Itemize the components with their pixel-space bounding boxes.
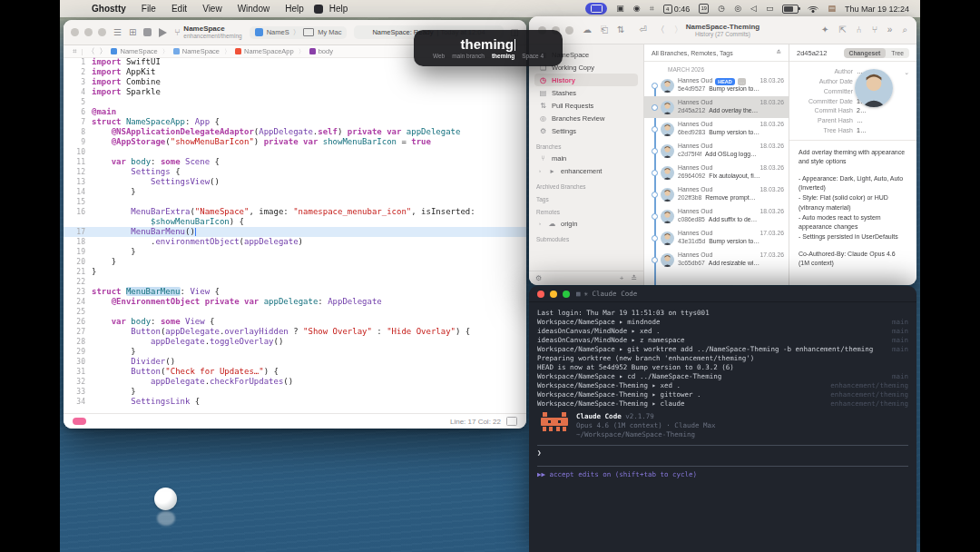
window-controls[interactable]: [71, 28, 106, 36]
menu-help[interactable]: Help: [329, 4, 348, 14]
open-repo-icon[interactable]: ⏎: [639, 25, 646, 34]
code-line[interactable]: 4import Sparkle: [64, 87, 526, 97]
code-line[interactable]: 8 @NSApplicationDelegateAdaptor(AppDeleg…: [64, 127, 526, 137]
breadcrumb-namespace[interactable]: NameSpace: [173, 47, 220, 55]
back-icon[interactable]: 〈: [656, 25, 665, 34]
code-line[interactable]: 25: [64, 307, 526, 317]
code-line[interactable]: 18 .environmentObject(appDelegate): [64, 237, 526, 247]
code-line[interactable]: 10: [64, 147, 526, 157]
commit-row[interactable]: Hannes Oud18.03.2626964092Fix autolayout…: [644, 162, 789, 183]
code-line[interactable]: 22: [64, 277, 526, 287]
code-line[interactable]: 15: [64, 197, 526, 207]
commit-row[interactable]: Hannes Oud18.03.262d45a212Add overlay th…: [644, 96, 789, 118]
code-line[interactable]: 23struct MenuBarMenu: View {: [64, 287, 526, 297]
battery-icon[interactable]: [782, 5, 799, 14]
clock-icon[interactable]: ◷: [718, 5, 725, 13]
timer-status[interactable]: 4 0:46: [663, 5, 691, 14]
commit-row[interactable]: Hannes Oud17.03.2643e31d5dBump version t…: [644, 227, 789, 249]
code-line[interactable]: 3import Combine: [64, 77, 526, 87]
push-icon[interactable]: ⇅: [617, 25, 624, 34]
document-icon[interactable]: [506, 417, 517, 426]
compare-icon[interactable]: ⑂: [872, 25, 877, 34]
code-line[interactable]: 13 SettingsView(): [64, 177, 526, 187]
settings-gear-icon[interactable]: ⚙: [535, 274, 542, 282]
menu-window[interactable]: Window: [238, 4, 270, 14]
code-line[interactable]: 6@main: [64, 107, 526, 117]
navigator-toggle-icon[interactable]: ☰: [113, 28, 122, 37]
volume-icon[interactable]: ◁: [750, 5, 757, 13]
code-line[interactable]: 27 Button(appDelegate.overlayHidden ? "S…: [64, 327, 526, 337]
code-line[interactable]: 28 appDelegate.toggleOverlay(): [64, 337, 526, 347]
code-line[interactable]: 20 }: [64, 257, 526, 267]
menu-view[interactable]: View: [202, 4, 222, 14]
commit-row[interactable]: Hannes OudHEAD…18.03.265e4d9527Bump vers…: [644, 74, 789, 96]
accept-edits-status[interactable]: ▶▶ accept edits on (shift+tab to cycle): [537, 470, 908, 479]
code-line[interactable]: 17 MenuBarMenu(): [64, 227, 526, 237]
screen-sharing-indicator[interactable]: [585, 3, 607, 15]
stop-button[interactable]: [143, 28, 152, 36]
forward-icon[interactable]: 〉: [674, 25, 683, 34]
back-icon[interactable]: 〈: [87, 48, 94, 55]
scheme-selector[interactable]: NameS 〉 My Mac: [250, 26, 348, 39]
claude-prompt[interactable]: ❯: [537, 446, 908, 460]
code-line[interactable]: 19 }: [64, 247, 526, 257]
menu-edit[interactable]: Edit: [172, 4, 187, 14]
menu-app-name[interactable]: Ghostty: [92, 4, 126, 14]
run-button[interactable]: [159, 28, 167, 37]
fetch-icon[interactable]: ☁: [583, 25, 592, 34]
grid-icon[interactable]: ⌗: [650, 5, 654, 13]
code-line[interactable]: 34 SettingsLink {: [64, 397, 526, 407]
code-line[interactable]: 7struct NameSpaceApp: App {: [64, 117, 526, 127]
terminal-content[interactable]: Last login: Thu Mar 19 11:51:03 on ttys0…: [529, 302, 916, 479]
code-line[interactable]: 2import AppKit: [64, 67, 526, 77]
wifi-icon[interactable]: [808, 5, 818, 13]
sidebar-item-main[interactable]: ⑂main: [534, 152, 638, 164]
run-destination[interactable]: My Mac: [318, 28, 341, 36]
code-line[interactable]: 30 Divider(): [64, 357, 526, 367]
ghostty-app-icon[interactable]: [314, 5, 323, 14]
sidebar-item-branches-review[interactable]: ◎Branches Review: [534, 112, 638, 124]
commit-row[interactable]: Hannes Oud18.03.26202ff3b8Remove prompt…: [644, 183, 789, 205]
code-line[interactable]: 32 appDelegate.checkForUpdates(): [64, 377, 526, 387]
add-icon[interactable]: +: [620, 274, 624, 282]
profile-menu-icon[interactable]: ▤: [828, 5, 836, 13]
window-manager-icon[interactable]: ▣: [616, 5, 624, 13]
drop-icon[interactable]: ◉: [633, 5, 641, 13]
menu-help[interactable]: Help: [285, 4, 304, 14]
breadcrumb-namespace[interactable]: NameSpace: [111, 47, 157, 55]
sidebar-item-enhancement[interactable]: ›▸enhancement: [534, 164, 638, 177]
code-line[interactable]: 11 var body: some Scene {: [64, 157, 526, 167]
sidebar-item-history[interactable]: ◷History: [534, 74, 638, 86]
branch-filter-label[interactable]: All Branches, Remotes, Tags: [652, 50, 733, 56]
menu-file[interactable]: File: [142, 4, 156, 14]
quick-actions-icon[interactable]: ✦: [821, 25, 828, 34]
forward-icon[interactable]: 〉: [99, 48, 106, 55]
compass-icon[interactable]: ◎: [734, 5, 741, 13]
tab-changeset[interactable]: Changeset: [844, 48, 887, 58]
code-line[interactable]: 24 @EnvironmentObject private var appDel…: [64, 297, 526, 307]
code-line[interactable]: 31 Button("Check for Updates…") {: [64, 367, 526, 377]
filter-icon[interactable]: ≛: [631, 274, 637, 282]
sidebar-item-settings[interactable]: ⚙Settings: [534, 124, 638, 137]
scheme-branch-block[interactable]: ⑂ NameSpace enhancement/theming: [174, 25, 241, 40]
code-line[interactable]: 14 }: [64, 187, 526, 197]
calendar-icon[interactable]: 19: [699, 4, 709, 14]
related-items-icon[interactable]: ⌗: [73, 48, 77, 55]
code-line[interactable]: 29 }: [64, 347, 526, 357]
commit-row[interactable]: Hannes Oud18.03.26c086ed85Add suffix to …: [644, 205, 789, 227]
window-controls[interactable]: [537, 291, 570, 298]
commit-row[interactable]: Hannes Oud17.03.263c65db67Add resizable …: [644, 249, 789, 271]
sidebar-item-stashes[interactable]: ▤Stashes: [534, 86, 638, 99]
menu-bar-clock[interactable]: Thu Mar 19 12:24: [845, 5, 909, 14]
code-line[interactable]: 12 Settings {: [64, 167, 526, 177]
sidebar-item-pull-requests[interactable]: ⇅Pull Requests: [534, 99, 638, 112]
code-editor[interactable]: 1import SwiftUI2import AppKit3import Com…: [64, 57, 526, 414]
code-line[interactable]: 9 @AppStorage("showMenuBarIcon") private…: [64, 137, 526, 147]
code-line[interactable]: 33 }: [64, 387, 526, 397]
chevron-down-icon[interactable]: ⌄: [904, 69, 909, 76]
pull-icon[interactable]: ⎗: [601, 25, 608, 34]
code-line[interactable]: 5: [64, 97, 526, 107]
code-line[interactable]: 26 var body: some View {: [64, 317, 526, 327]
overflow-icon[interactable]: »: [887, 25, 893, 34]
commit-row[interactable]: Hannes Oud18.03.26c2d75f4fAdd OSLog logg…: [644, 140, 789, 162]
